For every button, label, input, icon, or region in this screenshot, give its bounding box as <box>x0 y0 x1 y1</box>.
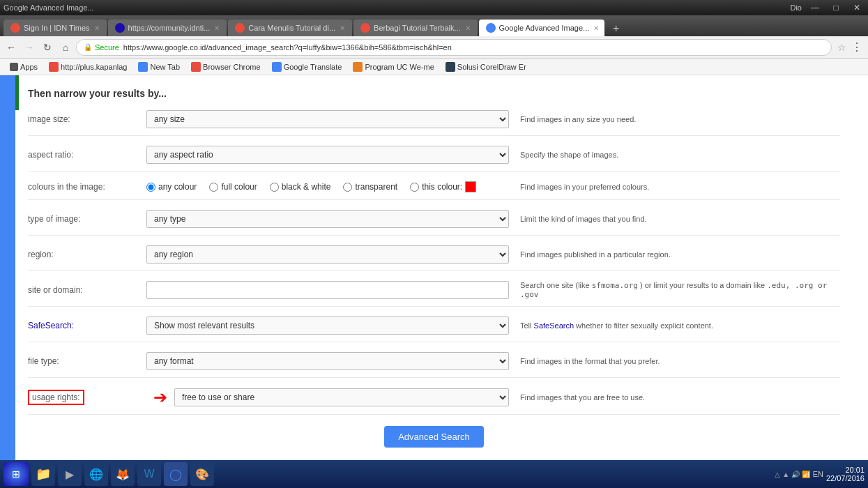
bookmark-google-translate[interactable]: Google Translate <box>268 61 347 73</box>
colour-bw[interactable]: black & white <box>270 182 331 192</box>
taskbar-ie-icon[interactable]: 🌐 <box>84 462 108 486</box>
safesearch-label: SafeSearch: <box>28 321 146 330</box>
taskbar-word-icon[interactable]: W <box>137 462 161 486</box>
title-bar-left: Google Advanced Image... <box>3 3 94 12</box>
type-image-label: type of image: <box>28 214 146 224</box>
address-box[interactable]: 🔒 Secure https://www.google.co.id/advanc… <box>76 39 832 56</box>
tab-5-close[interactable]: ✕ <box>593 24 599 32</box>
taskbar-explorer-icon[interactable]: 📁 <box>31 462 55 486</box>
tab-4[interactable]: Berbagi Tutorial Terbaik... ✕ <box>353 20 478 36</box>
colour-full-label: full colour <box>221 182 257 192</box>
type-image-control: any type face photo clip art <box>146 210 509 228</box>
video-icon: ▶ <box>66 468 74 481</box>
site-domain-row: site or domain: Search one site (like sf… <box>28 281 840 307</box>
url-text: https://www.google.co.id/advanced_image_… <box>123 43 824 52</box>
site-domain-input[interactable] <box>146 281 509 299</box>
left-sidebar-green <box>15 75 19 110</box>
tab-3-favicon <box>235 23 245 33</box>
image-size-control: any size large medium icon <box>146 110 509 128</box>
start-button[interactable]: ⊞ <box>3 462 29 486</box>
bookmark-kapanlagi[interactable]: http://plus.kapanlag <box>45 61 131 73</box>
colour-any-radio[interactable] <box>146 183 155 192</box>
safesearch-select[interactable]: Show most relevant results Filter explic… <box>146 317 509 335</box>
usage-rights-select[interactable]: free to use or share free to use or shar… <box>174 388 509 406</box>
forward-button[interactable]: → <box>22 40 37 55</box>
region-control: any region Indonesia Australia <box>146 245 509 264</box>
site-hint-mid: ) or limit your results to a domain like <box>640 281 767 289</box>
tab-1-close[interactable]: ✕ <box>94 24 100 32</box>
bookmark-star-icon[interactable]: ☆ <box>837 42 846 53</box>
colour-full-radio[interactable] <box>209 183 218 192</box>
bookmark-program-uc[interactable]: Program UC We-me <box>349 61 438 73</box>
kapanlagi-icon <box>49 62 59 72</box>
taskbar-video-icon[interactable]: ▶ <box>58 462 82 486</box>
tab-5[interactable]: Google Advanced Image... ✕ <box>479 20 604 36</box>
back-button[interactable]: ← <box>3 40 19 55</box>
apps-icon <box>10 63 18 71</box>
aspect-ratio-select[interactable]: any aspect ratio tall square wide <box>146 146 509 164</box>
safesearch-hint-pre: Tell <box>520 321 534 330</box>
taskbar: ⊞ 📁 ▶ 🌐 🦊 W ◯ 🎨 △ ▲ 🔊 📶 EN 20:01 22/07/2… <box>0 460 868 488</box>
safesearch-link[interactable]: SafeSearch: <box>28 321 74 330</box>
file-type-select[interactable]: any format jpg gif png <box>146 352 509 370</box>
colour-full[interactable]: full colour <box>209 182 257 192</box>
tab-2-close[interactable]: ✕ <box>214 24 220 32</box>
colour-any-label: any colour <box>158 182 197 192</box>
colour-transparent[interactable]: transparent <box>343 182 397 192</box>
reload-button[interactable]: ↻ <box>40 40 55 55</box>
taskbar-paint-icon[interactable]: 🎨 <box>190 462 214 486</box>
maximize-button[interactable]: □ <box>828 0 844 15</box>
colour-bw-label: black & white <box>282 182 331 192</box>
colour-transparent-radio[interactable] <box>343 183 352 192</box>
colour-this[interactable]: this colour: <box>410 181 476 192</box>
tab-1-favicon <box>10 23 20 33</box>
colours-hint: Find images in your preferred colours. <box>520 183 840 191</box>
safesearch-control: Show most relevant results Filter explic… <box>146 317 509 335</box>
taskbar-chrome-icon[interactable]: ◯ <box>164 462 188 486</box>
tab-2-label: https://community.idnti... <box>128 24 211 32</box>
tab-3[interactable]: Cara Menulis Tutorial di... ✕ <box>228 20 352 36</box>
usage-rights-hint: Find images that you are free to use. <box>520 393 840 402</box>
bookmark-new-tab[interactable]: New Tab <box>134 61 184 73</box>
colour-this-radio[interactable] <box>410 183 419 192</box>
advanced-search-button[interactable]: Advanced Search <box>384 426 484 448</box>
tab-bar: Sign In | IDN Times ✕ https://community.… <box>0 15 868 36</box>
region-hint: Find images published in a particular re… <box>520 250 840 259</box>
new-tab-icon <box>138 62 148 72</box>
title-bar: Google Advanced Image... Dio — □ ✕ <box>0 0 868 15</box>
bookmark-solusi-corel[interactable]: Solusi CorelDraw Er <box>441 61 531 73</box>
bookmark-google-translate-label: Google Translate <box>284 63 342 71</box>
tab-1[interactable]: Sign In | IDN Times ✕ <box>3 20 107 36</box>
minimize-button[interactable]: — <box>807 0 823 15</box>
tab-3-close[interactable]: ✕ <box>340 24 345 32</box>
home-button[interactable]: ⌂ <box>58 40 73 55</box>
image-size-row: image size: any size large medium icon F… <box>28 110 840 136</box>
new-tab-button[interactable]: + <box>609 21 624 36</box>
aspect-ratio-hint: Specify the shape of images. <box>520 151 840 159</box>
main-content: Then narrow your results by... image siz… <box>0 75 868 473</box>
tab-4-label: Berbagi Tutorial Terbaik... <box>374 24 461 32</box>
image-size-select[interactable]: any size large medium icon <box>146 110 509 128</box>
file-type-row: file type: any format jpg gif png Find i… <box>28 352 840 378</box>
tab-4-close[interactable]: ✕ <box>465 24 471 32</box>
left-sidebar-bar <box>0 75 15 473</box>
taskbar-firefox-icon[interactable]: 🦊 <box>111 462 135 486</box>
tab-2[interactable]: https://community.idnti... ✕ <box>108 20 227 36</box>
close-button[interactable]: ✕ <box>849 0 865 15</box>
region-select[interactable]: any region Indonesia Australia <box>146 245 509 264</box>
colour-bw-radio[interactable] <box>270 183 279 192</box>
tab-4-favicon <box>360 23 370 33</box>
title-bar-controls: Dio — □ ✕ <box>790 0 865 15</box>
colour-this-label: this colour: <box>422 182 462 192</box>
colour-any[interactable]: any colour <box>146 182 197 192</box>
color-swatch[interactable] <box>465 181 476 192</box>
type-image-select[interactable]: any type face photo clip art <box>146 210 509 228</box>
arrow-indicator: ➔ <box>153 388 167 407</box>
menu-button[interactable]: ⋮ <box>849 40 865 55</box>
bookmark-browser-chrome[interactable]: Browser Chrome <box>187 61 265 73</box>
usage-rights-label-container: usage rights: <box>28 392 146 402</box>
bookmark-browser-chrome-label: Browser Chrome <box>203 63 261 71</box>
paint-icon: 🎨 <box>195 468 209 481</box>
safesearch-hint-link[interactable]: SafeSearch <box>534 321 574 330</box>
bookmark-apps[interactable]: Apps <box>6 61 42 73</box>
